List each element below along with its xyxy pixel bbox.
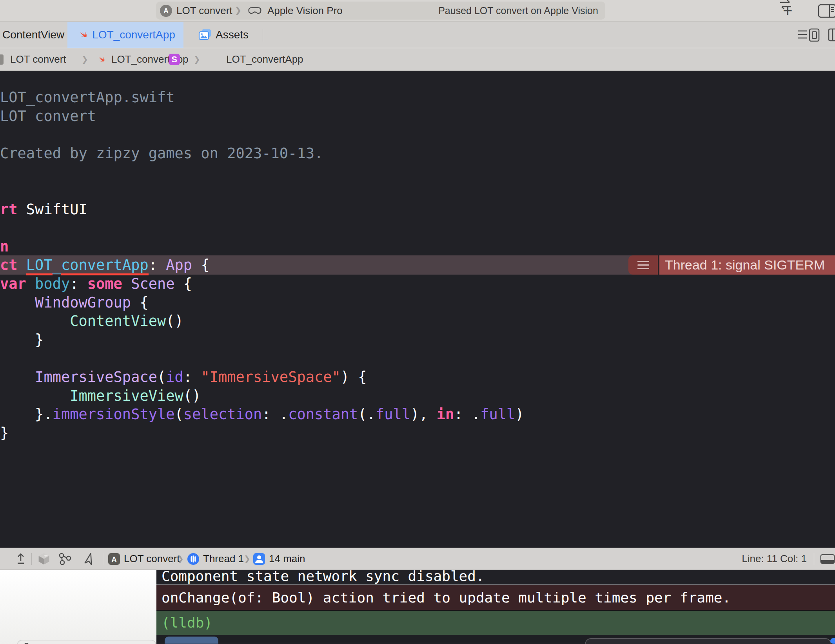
console-row-lldb: (lldb) (156, 611, 835, 635)
tab-label: ContentView (2, 29, 64, 41)
view-hierarchy-icon[interactable] (37, 552, 51, 566)
variables-filter-field[interactable] (17, 640, 156, 644)
tab-lot-convertapp[interactable]: LOT_convertApp (67, 22, 183, 48)
scheme-chevron: ❯ (234, 2, 241, 20)
breakpoint-menu-icon[interactable] (628, 255, 658, 275)
toolbar: A LOT convert ❯ Apple Vision Pro Paused … (0, 0, 835, 22)
tab-label: LOT_convertApp (92, 29, 175, 41)
debug-console[interactable]: Component state network sync disabled.on… (156, 570, 835, 644)
code-line: ct LOT_convertApp: App { (0, 256, 210, 275)
code-line: } (0, 424, 9, 443)
jumpbar-project[interactable]: LOT convert (10, 48, 66, 71)
tab-assets[interactable]: Assets (184, 22, 263, 48)
tab-label: Assets (216, 29, 249, 41)
code-line: LOT convert (0, 107, 96, 126)
tab-bar: ContentView LOT_convertApp Assets (0, 22, 835, 48)
tab-toolbar-separator (822, 29, 822, 42)
swift-icon (76, 29, 88, 41)
code-line: n (0, 237, 9, 256)
scheme-name[interactable]: LOT convert (176, 2, 232, 20)
separator (103, 553, 103, 565)
code-line: rt SwiftUI (0, 200, 87, 219)
code-line: }.immersionStyle(selection: .constant(.f… (0, 405, 524, 424)
debug-chevron: ❯ (177, 548, 184, 570)
debug-bar: A LOT convert ❯ Thread 1 ❯ 14 main Line:… (0, 548, 835, 570)
thread-stop-reason: Thread 1: signal SIGTERM (659, 255, 835, 275)
code-line: ContentView() (0, 312, 183, 331)
separator (31, 553, 32, 565)
code-line: } (0, 331, 44, 349)
console-row-plain: Component state network sync disabled. (156, 570, 835, 585)
console-filter-field[interactable] (585, 638, 831, 644)
separator (814, 553, 814, 565)
console-filter-segment[interactable] (165, 637, 218, 644)
xcode-window: A LOT convert ❯ Apple Vision Pro Paused … (0, 0, 835, 644)
jump-bar: LOT convert ❯ LOT_convertApp ❯ S LOT_con… (0, 48, 835, 71)
console-action-button[interactable] (830, 638, 835, 644)
assets-icon (198, 29, 212, 41)
variables-view (0, 570, 156, 644)
debug-process[interactable]: LOT convert (124, 548, 180, 570)
app-icon: A (160, 5, 172, 17)
code-line: var body: some Scene { (0, 275, 192, 293)
bottom-panel-icon[interactable] (820, 553, 835, 565)
svg-text:A: A (163, 7, 169, 15)
tab-separator (263, 29, 263, 42)
tab-contentview[interactable]: ContentView (0, 22, 69, 48)
deploy-icon[interactable] (14, 552, 27, 566)
editor-options-icon[interactable] (797, 28, 820, 42)
stack-frame-icon (253, 553, 265, 565)
debug-chevron: ❯ (244, 548, 250, 570)
thread-icon (187, 553, 199, 565)
struct-badge-icon: S (169, 54, 180, 65)
vision-pro-icon (247, 6, 263, 15)
debug-thread[interactable]: Thread 1 (203, 548, 244, 570)
related-items-icon[interactable] (779, 0, 793, 11)
code-line: ImmersiveView() (0, 387, 201, 405)
code-line: ImmersiveSpace(id: "ImmersiveSpace") { (0, 368, 367, 387)
code-line: Created by zipzy games on 2023-10-13. (0, 144, 323, 163)
svg-text:A: A (112, 555, 117, 563)
run-destination[interactable]: Apple Vision Pro (267, 2, 343, 20)
line-col-indicator: Line: 11 Col: 1 (742, 548, 807, 570)
related-items-button[interactable] (0, 54, 4, 65)
code-line: LOT_convertApp.swift (0, 88, 175, 107)
simulate-location-icon[interactable] (82, 552, 96, 566)
jumpbar-symbol[interactable]: LOT_convertApp (226, 48, 303, 71)
code-line: WindowGroup { (0, 293, 149, 312)
swift-icon (95, 54, 106, 65)
memory-graph-icon[interactable] (58, 552, 72, 566)
editor-layout-icon[interactable] (818, 4, 835, 18)
thread-stop-badge: Thread 1: signal SIGTERM (628, 255, 835, 275)
debug-frame[interactable]: 14 main (269, 548, 305, 570)
source-editor[interactable]: LOT_convertApp.swiftLOT convertCreated b… (0, 71, 835, 548)
split-editor-icon[interactable] (828, 28, 835, 42)
jumpbar-chevron: ❯ (194, 48, 200, 71)
app-badge-icon: A (108, 553, 120, 565)
jumpbar-chevron: ❯ (82, 48, 88, 71)
console-bottom-bar (156, 635, 835, 642)
console-row-error: onChange(of: Bool) action tried to updat… (156, 585, 835, 611)
